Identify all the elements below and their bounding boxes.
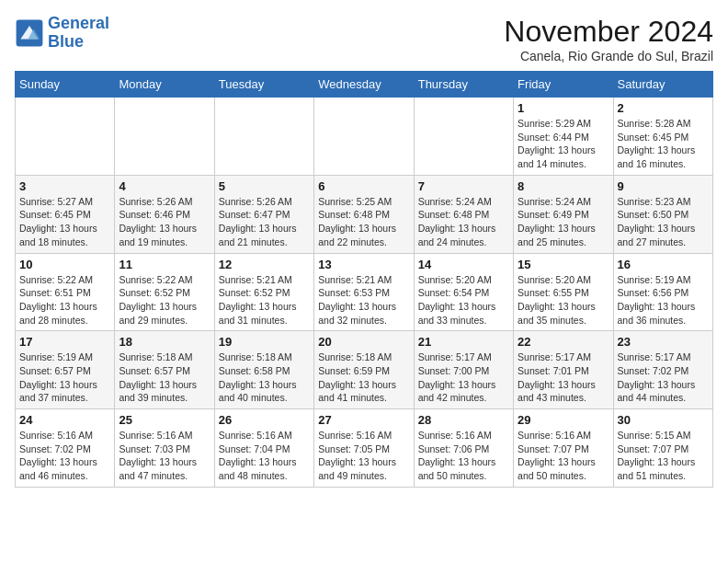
calendar-cell xyxy=(16,98,115,176)
day-number: 9 xyxy=(618,179,709,193)
day-number: 13 xyxy=(318,258,409,271)
location-title: Canela, Rio Grande do Sul, Brazil xyxy=(504,49,713,63)
week-row-2: 10Sunrise: 5:22 AM Sunset: 6:51 PM Dayli… xyxy=(16,253,713,331)
calendar-cell: 9Sunrise: 5:23 AM Sunset: 6:50 PM Daylig… xyxy=(613,175,712,253)
calendar-cell: 13Sunrise: 5:21 AM Sunset: 6:53 PM Dayli… xyxy=(314,253,414,331)
calendar-table: SundayMondayTuesdayWednesdayThursdayFrid… xyxy=(15,71,713,488)
cell-info: Sunrise: 5:22 AM Sunset: 6:52 PM Dayligh… xyxy=(119,273,210,327)
cell-info: Sunrise: 5:16 AM Sunset: 7:06 PM Dayligh… xyxy=(418,429,509,483)
logo-icon xyxy=(15,18,44,48)
calendar-cell: 24Sunrise: 5:16 AM Sunset: 7:02 PM Dayli… xyxy=(16,409,115,488)
cell-info: Sunrise: 5:23 AM Sunset: 6:50 PM Dayligh… xyxy=(618,195,709,249)
calendar-cell xyxy=(214,98,313,176)
cell-info: Sunrise: 5:26 AM Sunset: 6:46 PM Dayligh… xyxy=(119,195,210,249)
calendar-cell: 29Sunrise: 5:16 AM Sunset: 7:07 PM Dayli… xyxy=(514,409,613,488)
logo: General Blue xyxy=(15,15,109,52)
cell-info: Sunrise: 5:24 AM Sunset: 6:48 PM Dayligh… xyxy=(418,195,509,249)
day-number: 11 xyxy=(119,258,210,271)
calendar-cell: 18Sunrise: 5:18 AM Sunset: 6:57 PM Dayli… xyxy=(115,331,214,409)
calendar-cell xyxy=(414,98,513,176)
calendar-cell: 26Sunrise: 5:16 AM Sunset: 7:04 PM Dayli… xyxy=(214,409,313,488)
cell-info: Sunrise: 5:18 AM Sunset: 6:57 PM Dayligh… xyxy=(119,350,210,405)
calendar-cell: 25Sunrise: 5:16 AM Sunset: 7:03 PM Dayli… xyxy=(115,409,214,488)
calendar-cell: 20Sunrise: 5:18 AM Sunset: 6:59 PM Dayli… xyxy=(314,331,414,409)
calendar-cell: 7Sunrise: 5:24 AM Sunset: 6:48 PM Daylig… xyxy=(414,175,513,253)
day-number: 16 xyxy=(618,258,709,271)
day-number: 27 xyxy=(318,413,409,427)
cell-info: Sunrise: 5:17 AM Sunset: 7:00 PM Dayligh… xyxy=(418,350,509,405)
logo-line1: General xyxy=(48,14,109,32)
day-number: 29 xyxy=(518,413,609,427)
day-number: 14 xyxy=(418,258,509,271)
cell-info: Sunrise: 5:21 AM Sunset: 6:53 PM Dayligh… xyxy=(318,273,409,327)
cell-info: Sunrise: 5:16 AM Sunset: 7:05 PM Dayligh… xyxy=(318,429,409,483)
calendar-cell: 15Sunrise: 5:20 AM Sunset: 6:55 PM Dayli… xyxy=(514,253,613,331)
day-number: 7 xyxy=(418,179,509,193)
header-day-saturday: Saturday xyxy=(613,72,712,98)
cell-info: Sunrise: 5:27 AM Sunset: 6:45 PM Dayligh… xyxy=(19,195,110,249)
day-number: 30 xyxy=(618,413,709,427)
cell-info: Sunrise: 5:16 AM Sunset: 7:02 PM Dayligh… xyxy=(19,429,110,483)
calendar-cell: 27Sunrise: 5:16 AM Sunset: 7:05 PM Dayli… xyxy=(314,409,414,488)
day-number: 18 xyxy=(119,335,210,349)
logo-text: General Blue xyxy=(48,15,109,52)
day-number: 6 xyxy=(318,179,409,193)
day-number: 3 xyxy=(19,179,110,193)
calendar-cell: 14Sunrise: 5:20 AM Sunset: 6:54 PM Dayli… xyxy=(414,253,513,331)
cell-info: Sunrise: 5:19 AM Sunset: 6:56 PM Dayligh… xyxy=(618,273,709,327)
cell-info: Sunrise: 5:25 AM Sunset: 6:48 PM Dayligh… xyxy=(318,195,409,249)
cell-info: Sunrise: 5:21 AM Sunset: 6:52 PM Dayligh… xyxy=(219,273,310,327)
calendar-cell xyxy=(314,98,414,176)
page-header: General Blue November 2024 Canela, Rio G… xyxy=(15,15,713,63)
calendar-cell: 16Sunrise: 5:19 AM Sunset: 6:56 PM Dayli… xyxy=(613,253,712,331)
cell-info: Sunrise: 5:22 AM Sunset: 6:51 PM Dayligh… xyxy=(19,273,110,327)
cell-info: Sunrise: 5:24 AM Sunset: 6:49 PM Dayligh… xyxy=(518,195,609,249)
day-number: 2 xyxy=(618,101,709,115)
day-number: 22 xyxy=(518,335,609,349)
calendar-cell: 23Sunrise: 5:17 AM Sunset: 7:02 PM Dayli… xyxy=(613,331,712,409)
header-day-monday: Monday xyxy=(115,72,214,98)
calendar-cell: 11Sunrise: 5:22 AM Sunset: 6:52 PM Dayli… xyxy=(115,253,214,331)
cell-info: Sunrise: 5:16 AM Sunset: 7:04 PM Dayligh… xyxy=(219,429,310,483)
calendar-cell: 19Sunrise: 5:18 AM Sunset: 6:58 PM Dayli… xyxy=(214,331,313,409)
day-number: 28 xyxy=(418,413,509,427)
header-day-wednesday: Wednesday xyxy=(314,72,414,98)
week-row-0: 1Sunrise: 5:29 AM Sunset: 6:44 PM Daylig… xyxy=(16,98,713,176)
calendar-cell: 1Sunrise: 5:29 AM Sunset: 6:44 PM Daylig… xyxy=(514,98,613,176)
header-day-friday: Friday xyxy=(514,72,613,98)
day-number: 17 xyxy=(19,335,110,349)
calendar-cell: 8Sunrise: 5:24 AM Sunset: 6:49 PM Daylig… xyxy=(514,175,613,253)
cell-info: Sunrise: 5:29 AM Sunset: 6:44 PM Dayligh… xyxy=(518,117,609,171)
day-number: 23 xyxy=(618,335,709,349)
day-number: 25 xyxy=(119,413,210,427)
week-row-3: 17Sunrise: 5:19 AM Sunset: 6:57 PM Dayli… xyxy=(16,331,713,409)
cell-info: Sunrise: 5:20 AM Sunset: 6:54 PM Dayligh… xyxy=(418,273,509,327)
cell-info: Sunrise: 5:17 AM Sunset: 7:02 PM Dayligh… xyxy=(618,350,709,405)
cell-info: Sunrise: 5:18 AM Sunset: 6:59 PM Dayligh… xyxy=(318,350,409,405)
calendar-cell: 12Sunrise: 5:21 AM Sunset: 6:52 PM Dayli… xyxy=(214,253,313,331)
day-number: 5 xyxy=(219,179,310,193)
cell-info: Sunrise: 5:16 AM Sunset: 7:03 PM Dayligh… xyxy=(119,429,210,483)
day-number: 21 xyxy=(418,335,509,349)
calendar-cell: 4Sunrise: 5:26 AM Sunset: 6:46 PM Daylig… xyxy=(115,175,214,253)
calendar-cell: 2Sunrise: 5:28 AM Sunset: 6:45 PM Daylig… xyxy=(613,98,712,176)
cell-info: Sunrise: 5:17 AM Sunset: 7:01 PM Dayligh… xyxy=(518,350,609,405)
day-number: 1 xyxy=(518,101,609,115)
header-day-sunday: Sunday xyxy=(16,72,115,98)
calendar-cell: 21Sunrise: 5:17 AM Sunset: 7:00 PM Dayli… xyxy=(414,331,513,409)
cell-info: Sunrise: 5:20 AM Sunset: 6:55 PM Dayligh… xyxy=(518,273,609,327)
calendar-cell: 3Sunrise: 5:27 AM Sunset: 6:45 PM Daylig… xyxy=(16,175,115,253)
header-day-thursday: Thursday xyxy=(414,72,513,98)
day-number: 19 xyxy=(219,335,310,349)
day-number: 26 xyxy=(219,413,310,427)
calendar-cell: 6Sunrise: 5:25 AM Sunset: 6:48 PM Daylig… xyxy=(314,175,414,253)
day-number: 15 xyxy=(518,258,609,271)
cell-info: Sunrise: 5:15 AM Sunset: 7:07 PM Dayligh… xyxy=(618,429,709,483)
calendar-cell: 22Sunrise: 5:17 AM Sunset: 7:01 PM Dayli… xyxy=(514,331,613,409)
day-number: 24 xyxy=(19,413,110,427)
day-number: 10 xyxy=(19,258,110,271)
logo-line2: Blue xyxy=(48,32,84,51)
cell-info: Sunrise: 5:18 AM Sunset: 6:58 PM Dayligh… xyxy=(219,350,310,405)
cell-info: Sunrise: 5:16 AM Sunset: 7:07 PM Dayligh… xyxy=(518,429,609,483)
calendar-cell: 28Sunrise: 5:16 AM Sunset: 7:06 PM Dayli… xyxy=(414,409,513,488)
